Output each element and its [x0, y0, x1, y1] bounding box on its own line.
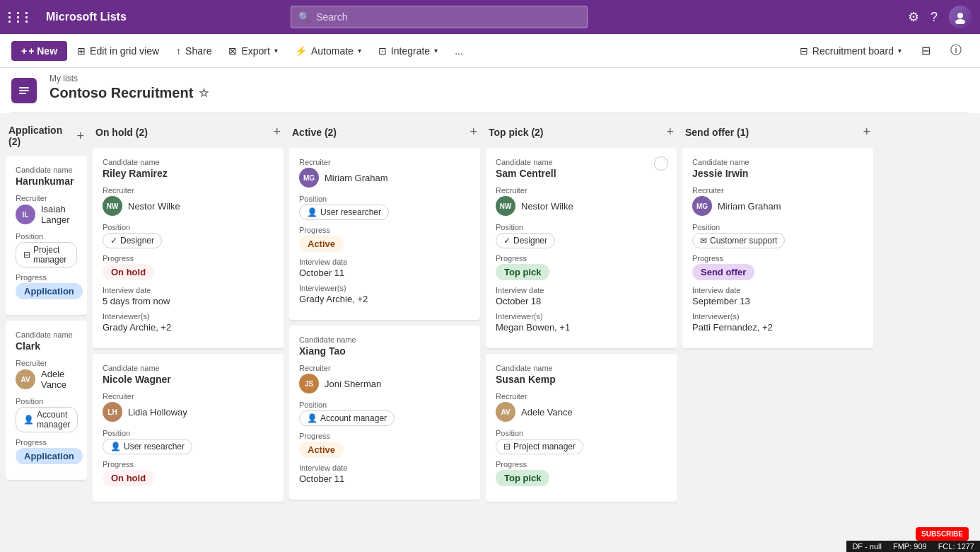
- field-candidate-riley: Candidate name Riley Ramirez: [103, 158, 274, 179]
- search-placeholder: Search: [316, 11, 347, 23]
- integrate-button[interactable]: ⊡ Integrate ▾: [371, 41, 445, 61]
- favorite-icon[interactable]: ☆: [199, 86, 209, 100]
- field-position-xiang: Position 👤 Account manager: [299, 401, 470, 426]
- export-button[interactable]: ⊠ Export ▾: [221, 41, 284, 61]
- field-progress-xiang: Progress Active: [299, 432, 470, 458]
- breadcrumb-parent: My lists: [49, 74, 209, 84]
- field-interviewers-miriam: Interviewer(s) Grady Archie, +2: [299, 284, 470, 304]
- add-card-sendoffer[interactable]: +: [863, 125, 870, 139]
- field-candidate-sam: Candidate name Sam Centrell: [496, 158, 667, 179]
- recruiter-name-jessie: Miriam Graham: [718, 201, 781, 212]
- automate-chevron: ▾: [358, 47, 361, 54]
- svg-rect-2: [19, 87, 29, 88]
- toolbar-right: ⊟ Recruitment board ▾ ⊟ ⓘ: [793, 39, 969, 62]
- recruiter-avatar-xiang: JS: [299, 374, 319, 393]
- recruiter-name-xiang: Joni Sherman: [325, 379, 381, 389]
- card-sendoffer-1: Candidate name Jessie Irwin Recruiter MG…: [682, 148, 873, 348]
- recruiter-name-nicole: Lidia Holloway: [128, 407, 187, 418]
- position-icon: ⊟: [23, 250, 30, 260]
- add-card-onhold[interactable]: +: [273, 125, 281, 139]
- new-button[interactable]: + + New: [11, 41, 67, 61]
- field-candidate-jessie: Candidate name Jessie Irwin: [692, 158, 863, 179]
- field-progress-nicole: Progress On hold: [103, 460, 274, 486]
- cards-application: Candidate name Harunkumar Recruiter IL I…: [6, 156, 87, 546]
- help-icon[interactable]: ?: [931, 10, 938, 25]
- status-text-2: FMP: 909: [893, 542, 927, 551]
- field-candidate2: Candidate name Clark: [16, 330, 77, 352]
- filter-button[interactable]: ⊟: [914, 40, 938, 62]
- add-card-application[interactable]: +: [76, 129, 84, 144]
- field-recruiter-sam: Recruiter NW Nestor Wilke: [496, 186, 667, 216]
- column-header-toppick: Top pick (2) +: [486, 122, 677, 142]
- recruiter-avatar-nicole: LH: [103, 402, 122, 422]
- board-chevron: ▾: [898, 47, 902, 54]
- field-recruiter2: Recruiter AV Adele Vance: [16, 359, 77, 390]
- board-view-button[interactable]: ⊟ Recruitment board ▾: [793, 41, 909, 61]
- field-recruiter-nicole: Recruiter LH Lidia Holloway: [103, 392, 274, 422]
- field-progress-susan: Progress Top pick: [496, 460, 667, 486]
- field-interviewers-riley: Interviewer(s) Grady Archie, +2: [103, 312, 274, 333]
- field-position-sam: Position ✓ Designer: [496, 223, 667, 248]
- add-card-active[interactable]: +: [469, 125, 477, 139]
- field-position: Position ⊟ Project manager: [16, 232, 77, 268]
- field-position-susan: Position ⊟ Project manager: [496, 429, 667, 454]
- card-select-sam[interactable]: [654, 156, 668, 171]
- column-header-sendoffer: Send offer (1) +: [682, 122, 873, 142]
- field-interviewers-sam: Interviewer(s) Megan Bowen, +1: [496, 312, 667, 333]
- card-active-1: Recruiter MG Miriam Graham Position 👤 Us…: [289, 148, 480, 320]
- cards-onhold: Candidate name Riley Ramirez Recruiter N…: [93, 148, 284, 546]
- recruiter-name-miriam: Miriam Graham: [325, 173, 388, 183]
- top-nav: Microsoft Lists 🔍 Search ⚙ ?: [0, 0, 980, 34]
- field-position-jessie: Position ✉ Customer support: [692, 223, 863, 248]
- field-candidate-nicole: Candidate name Nicole Wagner: [103, 364, 274, 385]
- column-title-application: Application (2): [8, 125, 76, 147]
- recruiter-avatar-miriam: MG: [299, 168, 319, 188]
- recruiter-name2: Adele Vance: [41, 369, 77, 390]
- field-position2: Position 👤 Account manager: [16, 397, 77, 432]
- waffle-icon[interactable]: [8, 12, 32, 23]
- svg-point-1: [955, 19, 965, 24]
- more-button[interactable]: ...: [448, 41, 470, 61]
- field-date-sam: Interview date October 18: [496, 286, 667, 306]
- status-bar: DF - null FMP: 909 FCL: 1277: [846, 541, 980, 552]
- recruiter-avatar-sam: NW: [496, 196, 515, 216]
- grid-icon: ⊞: [77, 45, 86, 57]
- user-avatar[interactable]: [949, 6, 972, 28]
- svg-rect-4: [19, 93, 26, 94]
- field-recruiter-miriam: Recruiter MG Miriam Graham: [299, 158, 470, 188]
- person-icon2: 👤: [110, 442, 121, 452]
- youtube-subscribe[interactable]: SUBSCRIBE: [916, 527, 969, 541]
- page-title-row: Contoso Recruitment ☆: [49, 85, 209, 101]
- envelope-icon-jessie: ✉: [700, 236, 707, 246]
- field-progress-sam: Progress Top pick: [496, 254, 667, 280]
- recruiter-name-sam: Nestor Wilke: [521, 201, 573, 212]
- column-header-onhold: On hold (2) +: [93, 122, 284, 142]
- cards-toppick: Candidate name Sam Centrell Recruiter NW…: [486, 148, 677, 546]
- add-card-toppick[interactable]: +: [666, 125, 674, 139]
- board-area: Application (2) + Candidate name Harunku…: [0, 113, 980, 552]
- page-title: Contoso Recruitment: [49, 85, 193, 101]
- breadcrumb-row: My lists Contoso Recruitment ☆: [11, 74, 969, 113]
- column-title-sendoffer: Send offer (1): [685, 127, 749, 138]
- person-icon-xiang: 👤: [307, 413, 317, 423]
- field-progress2: Progress Application: [16, 438, 77, 464]
- export-icon: ⊠: [228, 45, 237, 57]
- column-header-application: Application (2) +: [6, 122, 87, 150]
- export-chevron: ▾: [274, 47, 278, 54]
- search-icon: 🔍: [298, 11, 310, 23]
- share-button[interactable]: ↑ Share: [169, 41, 218, 61]
- edit-grid-button[interactable]: ⊞ Edit in grid view: [70, 41, 166, 61]
- info-button[interactable]: ⓘ: [943, 39, 969, 62]
- automate-button[interactable]: ⚡ Automate ▾: [288, 41, 368, 61]
- field-recruiter-susan: Recruiter AV Adele Vance: [496, 392, 667, 422]
- search-bar[interactable]: 🔍 Search: [291, 6, 588, 28]
- recruiter-avatar: IL: [16, 205, 35, 224]
- recruiter-avatar2: AV: [16, 369, 35, 389]
- check-icon-sam: ✓: [503, 236, 511, 246]
- card-application-1: Candidate name Harunkumar Recruiter IL I…: [6, 156, 87, 315]
- person-icon-miriam: 👤: [307, 207, 317, 217]
- settings-icon[interactable]: ⚙: [908, 9, 919, 25]
- svg-rect-3: [19, 90, 29, 91]
- column-title-active: Active (2): [292, 127, 337, 138]
- field-progress-miriam: Progress Active: [299, 226, 470, 252]
